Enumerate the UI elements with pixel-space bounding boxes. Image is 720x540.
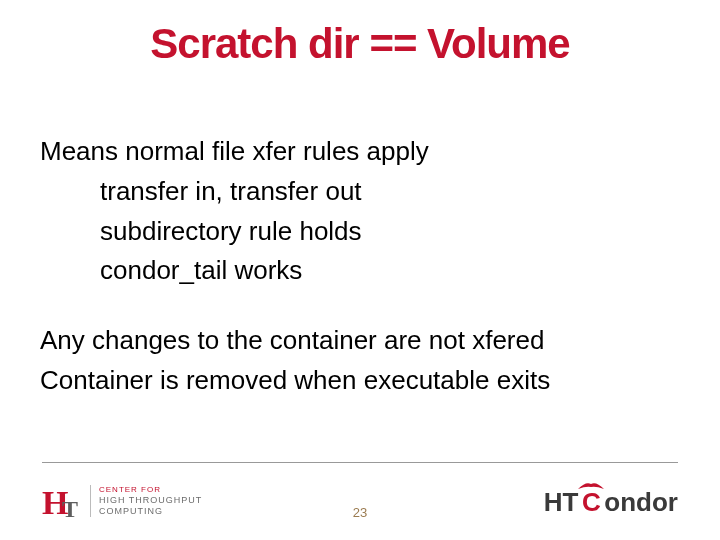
slide-title: Scratch dir == Volume bbox=[0, 0, 720, 68]
htcondor-logo: HT C ondor bbox=[544, 487, 678, 518]
slide-body: Means normal file xfer rules apply trans… bbox=[40, 135, 680, 404]
logo-ht-text: HT bbox=[544, 487, 579, 518]
footer: H T CENTER FOR HIGH THROUGHPUT COMPUTING… bbox=[0, 468, 720, 528]
logo-c-text: C bbox=[582, 487, 601, 517]
logo-text-line: CENTER FOR bbox=[99, 485, 202, 495]
logo-ondor-text: ondor bbox=[604, 487, 678, 518]
body-line: Means normal file xfer rules apply bbox=[40, 135, 680, 169]
body-line: Container is removed when executable exi… bbox=[40, 364, 680, 398]
body-indent-line: subdirectory rule holds bbox=[40, 215, 680, 249]
bird-icon bbox=[576, 479, 606, 491]
slide: Scratch dir == Volume Means normal file … bbox=[0, 0, 720, 540]
spacer bbox=[40, 294, 680, 324]
body-indent-line: transfer in, transfer out bbox=[40, 175, 680, 209]
body-indent-line: condor_tail works bbox=[40, 254, 680, 288]
divider bbox=[42, 462, 678, 463]
logo-c-wrap: C bbox=[578, 487, 604, 518]
body-line: Any changes to the container are not xfe… bbox=[40, 324, 680, 358]
